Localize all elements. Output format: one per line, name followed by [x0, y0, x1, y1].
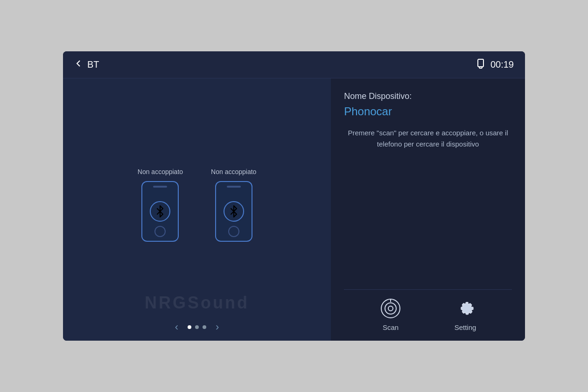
dot-2 — [195, 325, 199, 329]
nav-bar: ‹ › — [63, 321, 331, 333]
usb-icon — [476, 58, 486, 71]
device1-label: Non accoppiato — [138, 168, 183, 175]
scan-button[interactable]: Scan — [379, 297, 402, 331]
header-right: 00:19 — [476, 58, 514, 71]
dot-1 — [188, 325, 191, 329]
device-item-1[interactable]: Non accoppiato — [138, 168, 183, 242]
instruction-text: Premere "scan" per cercare e accoppiare,… — [344, 127, 512, 150]
dot-3 — [203, 325, 206, 329]
scan-label: Scan — [383, 323, 399, 331]
header: BT 00:19 — [63, 51, 525, 78]
setting-label: Setting — [455, 323, 476, 331]
watermark: NRGSound — [145, 293, 249, 313]
device-name-label: Nome Dispositivo: — [344, 91, 512, 101]
bluetooth-icon-1 — [150, 201, 170, 222]
device-name-value: Phonocar — [344, 105, 512, 118]
svg-point-6 — [388, 306, 393, 311]
svg-rect-0 — [478, 59, 483, 67]
devices-container: Non accoppiato Non accoppiato — [138, 168, 257, 242]
svg-point-5 — [385, 303, 396, 314]
device1-phone — [141, 181, 179, 242]
nav-dots — [188, 325, 206, 329]
bluetooth-icon-2 — [224, 201, 244, 222]
header-left: BT — [74, 59, 99, 70]
bottom-buttons: Scan Setting — [344, 289, 512, 341]
setting-button[interactable]: Setting — [454, 297, 476, 331]
next-arrow[interactable]: › — [216, 321, 219, 333]
main-screen: BT 00:19 Non accoppiato — [63, 51, 525, 341]
device2-phone — [215, 181, 252, 242]
back-button[interactable] — [74, 59, 83, 70]
prev-arrow[interactable]: ‹ — [175, 321, 178, 333]
right-panel: Nome Dispositivo: Phonocar Premere "scan… — [331, 78, 525, 341]
main-content: Non accoppiato Non accoppiato — [63, 78, 525, 341]
scan-icon — [379, 297, 402, 320]
page-title: BT — [87, 59, 99, 70]
setting-icon — [454, 297, 476, 320]
device2-label: Non accoppiato — [211, 168, 256, 175]
device-item-2[interactable]: Non accoppiato — [211, 168, 256, 242]
left-panel: Non accoppiato Non accoppiato — [63, 78, 331, 341]
clock-display: 00:19 — [490, 59, 514, 70]
